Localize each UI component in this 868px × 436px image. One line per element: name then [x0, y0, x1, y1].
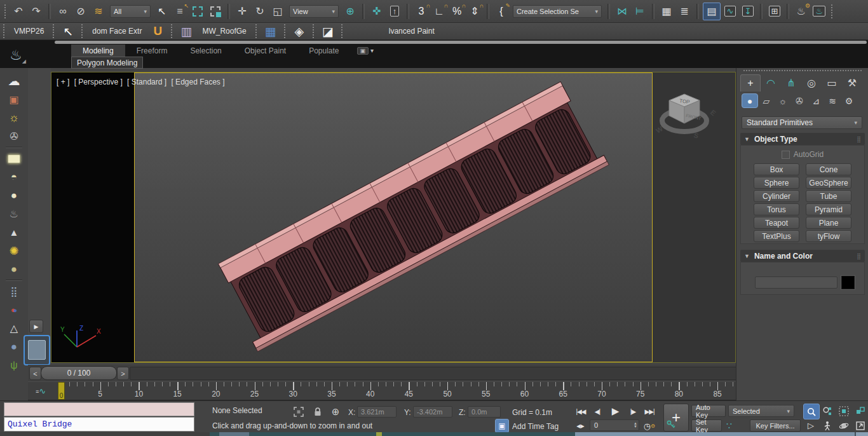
- frame-spinner[interactable]: ▲▼: [634, 422, 637, 428]
- object-type-tube[interactable]: Tube: [806, 190, 851, 202]
- object-type-cylinder[interactable]: Cylinder: [754, 190, 799, 202]
- unlink-selection-icon[interactable]: ⊘: [72, 3, 89, 20]
- render-frame-icon[interactable]: ▣: [4, 90, 24, 109]
- zoom-extents-all-icon[interactable]: [853, 404, 868, 418]
- select-and-rotate-icon[interactable]: ↻: [252, 3, 268, 20]
- undo-icon[interactable]: ↶: [10, 3, 27, 20]
- scatter-icon[interactable]: ⣿: [4, 282, 24, 301]
- name-color-rollout-header[interactable]: ▼ Name and Color ⣿: [740, 250, 865, 262]
- time-slider-handle[interactable]: 0 / 100: [41, 366, 117, 380]
- goto-start-button[interactable]: |◀◀: [573, 405, 588, 418]
- select-object-icon[interactable]: ↖: [154, 3, 170, 20]
- subtab-spacewarps[interactable]: ≋: [824, 93, 841, 108]
- listener-macro-pane[interactable]: [4, 402, 194, 416]
- object-type-textplus[interactable]: TextPlus: [754, 230, 799, 242]
- reference-coordinate-dropdown[interactable]: View▾: [289, 5, 339, 18]
- sun-icon[interactable]: ✺: [4, 242, 24, 260]
- key-filters-button[interactable]: Key Filters...: [750, 419, 801, 432]
- zoom-all-icon[interactable]: [820, 404, 835, 418]
- wire-pyramid-icon[interactable]: △: [4, 319, 24, 337]
- align-icon[interactable]: ⊨: [632, 3, 648, 20]
- tab-hierarchy[interactable]: ⋔: [781, 74, 801, 92]
- keyboard-override-icon[interactable]: ↑: [386, 3, 403, 20]
- cloud-icon[interactable]: ☁: [4, 72, 24, 90]
- roof-lab-icon[interactable]: ▥: [177, 23, 196, 39]
- autogrid-checkbox[interactable]: [782, 151, 790, 159]
- object-type-geosphere[interactable]: GeoSphere: [806, 177, 851, 189]
- object-type-tyflow[interactable]: tyFlow: [806, 230, 851, 242]
- cursor-tool-icon[interactable]: ↖: [58, 23, 78, 39]
- viewport[interactable]: [ + ] [ Perspective ] [ Standard ] [ Edg…: [51, 72, 736, 363]
- named-selection-sets-icon[interactable]: {✎: [493, 3, 510, 20]
- walk-through-icon[interactable]: [820, 418, 835, 433]
- subtab-lights[interactable]: ☼: [775, 93, 791, 108]
- subtab-shapes[interactable]: ▱: [758, 93, 775, 108]
- rendered-frame-icon[interactable]: ♨: [811, 3, 827, 20]
- contrast-square-icon[interactable]: ◪: [318, 23, 337, 39]
- mirror-icon[interactable]: ⋈: [614, 3, 630, 20]
- subtab-geometry[interactable]: ●: [742, 93, 758, 108]
- zoom-region-icon[interactable]: ▷: [803, 418, 818, 433]
- tab-create[interactable]: +: [740, 74, 761, 92]
- mini-curve-editor-icon[interactable]: ≡∿: [32, 385, 50, 397]
- named-selection-combo[interactable]: Create Selection Se▾: [513, 5, 602, 18]
- set-keys-button[interactable]: +: [663, 404, 689, 432]
- selection-filter-dropdown[interactable]: All▾: [110, 5, 151, 18]
- advanced-painter-button[interactable]: lvanced Paint: [383, 24, 440, 39]
- x-coordinate-field[interactable]: 3.621m: [357, 406, 397, 418]
- orbit-icon[interactable]: [836, 418, 851, 433]
- subtab-systems[interactable]: ⚙: [841, 93, 857, 108]
- layer-explorer-icon[interactable]: ≣: [676, 3, 693, 20]
- maxscript-mini-listener[interactable]: Quixel Bridge: [4, 402, 194, 432]
- rectangular-selection-region-icon[interactable]: [189, 3, 206, 20]
- y-coordinate-field[interactable]: -3.402m: [413, 406, 452, 418]
- hexagon-tool-icon[interactable]: ◈: [290, 23, 309, 39]
- dome-light-icon[interactable]: ◓: [4, 168, 24, 186]
- time-tag-cube-icon[interactable]: ▣: [495, 419, 509, 433]
- tab-modify[interactable]: ◠: [761, 74, 781, 92]
- current-frame-field[interactable]: 0▲▼: [590, 419, 639, 431]
- object-type-cone[interactable]: Cone: [806, 163, 851, 175]
- curve-editor-icon[interactable]: ∿: [722, 3, 738, 20]
- time-slider-prev-button[interactable]: <: [29, 367, 41, 380]
- select-by-name-icon[interactable]: ≡↖: [172, 3, 188, 20]
- table-tool-icon[interactable]: ▦: [261, 23, 280, 39]
- metaball-icon[interactable]: ●●: [4, 301, 24, 319]
- key-mode-toggle[interactable]: ◀ ▶: [573, 419, 587, 432]
- ribbon-grabber[interactable]: [55, 41, 867, 44]
- isolate-selection-icon[interactable]: [292, 405, 305, 418]
- cone-light-icon[interactable]: ▲: [4, 223, 24, 242]
- key-step-icon[interactable]: ∵: [726, 421, 732, 431]
- object-type-pyramid[interactable]: Pyramid: [806, 203, 851, 215]
- z-coordinate-field[interactable]: 0.0m: [468, 406, 501, 418]
- material-editor-icon[interactable]: ⊞: [766, 3, 783, 20]
- object-type-box[interactable]: Box: [754, 163, 799, 175]
- transform-gizmo-icon[interactable]: ⊕: [329, 405, 342, 418]
- object-type-teapot[interactable]: Teapot: [754, 217, 799, 229]
- ribbon-overflow-button[interactable]: ▣▾: [357, 44, 374, 57]
- view-cube[interactable]: W S E TOP FRONT: [651, 86, 717, 144]
- window-crossing-icon[interactable]: [207, 3, 224, 20]
- select-and-link-icon[interactable]: ∞: [55, 3, 71, 20]
- time-configuration-button[interactable]: ◷⚙: [642, 419, 657, 432]
- spinner-snap-icon[interactable]: ⇕∩: [466, 3, 483, 20]
- time-slider-next-button[interactable]: >: [117, 367, 129, 380]
- random-face-extrude-button[interactable]: dom Face Extr: [86, 24, 147, 39]
- zoom-extents-icon[interactable]: [836, 404, 851, 418]
- current-frame-marker[interactable]: 0: [58, 382, 65, 400]
- ribbon-tab-selection[interactable]: Selection: [179, 44, 233, 57]
- zoom-icon[interactable]: [803, 404, 820, 419]
- sphere-light-icon[interactable]: ●: [4, 186, 24, 205]
- rock-icon[interactable]: ●: [4, 337, 24, 356]
- ribbon-tab-populate[interactable]: Populate: [297, 44, 350, 57]
- primitive-category-dropdown[interactable]: Standard Primitives▾: [742, 116, 862, 129]
- object-type-rollout-header[interactable]: ▼ Object Type ⣿: [740, 133, 865, 145]
- select-and-manipulate-icon[interactable]: ✜: [369, 3, 385, 20]
- goto-end-button[interactable]: ▶▶|: [642, 405, 657, 418]
- next-frame-button[interactable]: |▶: [625, 405, 641, 418]
- snaps-toggle-icon[interactable]: 3∩: [413, 3, 430, 20]
- object-type-plane[interactable]: Plane: [806, 217, 851, 229]
- mw-roofgen-button[interactable]: MW_RoofGe: [196, 24, 252, 39]
- camera-icon[interactable]: ✇: [4, 127, 24, 146]
- tab-display[interactable]: ▭: [822, 74, 842, 92]
